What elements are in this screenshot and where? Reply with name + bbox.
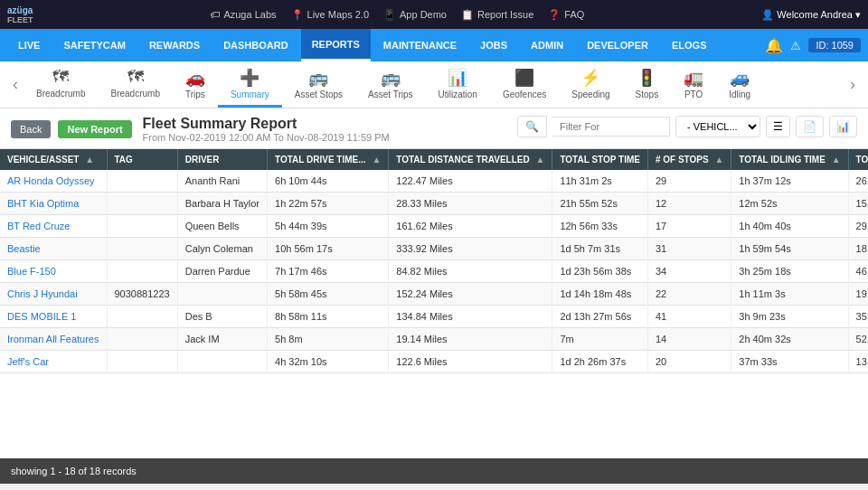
table-row: Ironman All Features Jack IM 5h 8m 19.14…: [0, 328, 868, 351]
table-body: AR Honda Odyssey Ananth Rani 6h 10m 44s …: [0, 170, 868, 373]
nav-rewards[interactable]: REWARDS: [138, 29, 211, 61]
col-driver: DRIVER: [177, 149, 267, 170]
main-navigation: LIVE SAFETYCAM REWARDS DASHBOARD REPORTS…: [0, 29, 868, 61]
cell-vehicle: BT Red Cruze: [0, 215, 107, 238]
welcome-text[interactable]: 👤 Welcome Andrea ▾: [761, 9, 861, 21]
utilization-icon: 📊: [448, 68, 467, 88]
cell-distance: 122.6 Miles: [389, 351, 552, 373]
cell-stops: 34: [647, 260, 731, 283]
back-button[interactable]: Back: [11, 120, 51, 138]
sub-nav-left-arrow[interactable]: ‹: [7, 75, 24, 94]
cell-idling-pct: 29.21: [848, 215, 868, 238]
cell-drive-time: 5h 44m 39s: [268, 215, 389, 238]
subnav-breadcrumb1[interactable]: 🗺 Breadcrumb: [24, 62, 98, 108]
cell-stop-time: 1d 14h 18m 48s: [552, 283, 648, 306]
top-nav-faq[interactable]: ❓ FAQ: [548, 9, 584, 21]
cell-stop-time: 2d 13h 27m 56s: [552, 306, 648, 328]
search-input[interactable]: [552, 117, 670, 137]
cell-stops: 12: [647, 193, 731, 215]
table-header-row: VEHICLE/ASSET ▲ TAG DRIVER TOTAL DRIVE T…: [0, 149, 868, 170]
subnav-idling[interactable]: 🚙 Idling: [716, 62, 763, 108]
cell-vehicle: DES MOBILE 1: [0, 306, 107, 328]
cell-distance: 19.14 Miles: [389, 328, 552, 351]
cell-idling-time: 1h 11m 3s: [731, 283, 848, 306]
top-nav-azuga-labs[interactable]: 🏷 Azuga Labs: [210, 9, 276, 21]
nav-maintenance[interactable]: MAINTENANCE: [373, 29, 467, 61]
page-header: Back New Report Fleet Summary Report Fro…: [0, 108, 868, 149]
stops-icon: 🚦: [637, 68, 656, 88]
cell-stops: 14: [647, 328, 731, 351]
subnav-summary[interactable]: ➕ Summary: [218, 62, 282, 108]
sub-nav-right-arrow[interactable]: ›: [844, 75, 861, 94]
subnav-geofences[interactable]: ⬛ Geofences: [490, 62, 559, 108]
subnav-trips[interactable]: 🚗 Trips: [173, 62, 218, 108]
cell-stops: 22: [647, 283, 731, 306]
idling-icon: 🚙: [730, 68, 750, 88]
cell-drive-time: 7h 17m 46s: [268, 260, 389, 283]
col-stop-time: TOTAL STOP TIME: [552, 149, 648, 170]
cell-idling-time: 1h 40m 40s: [731, 215, 848, 238]
nav-safetycam[interactable]: SAFETYCAM: [52, 29, 136, 61]
pdf-export-button[interactable]: 📄: [796, 116, 824, 137]
cell-tag: [107, 306, 177, 328]
cell-vehicle: Chris J Hyundai: [0, 283, 107, 306]
cell-distance: 152.24 Miles: [389, 283, 552, 306]
sub-nav-items: 🗺 Breadcrumb 🗺 Breadcrumb 🚗 Trips ➕ Summ…: [24, 62, 763, 108]
cell-idling-time: 2h 40m 32s: [731, 328, 848, 351]
subnav-pto[interactable]: 🚛 PTO: [671, 62, 716, 108]
cell-distance: 333.92 Miles: [389, 238, 552, 260]
vehicle-select[interactable]: - VEHICL...: [675, 116, 760, 137]
csv-export-button[interactable]: 📊: [829, 116, 857, 137]
cell-stop-time: 1d 5h 7m 31s: [552, 238, 648, 260]
nav-developer[interactable]: DEVELOPER: [576, 29, 659, 61]
top-nav-report-issue[interactable]: 📋 Report Issue: [461, 9, 533, 21]
cell-stop-time: 12h 56m 33s: [552, 215, 648, 238]
cell-distance: 161.62 Miles: [389, 215, 552, 238]
table-container: VEHICLE/ASSET ▲ TAG DRIVER TOTAL DRIVE T…: [0, 149, 868, 458]
cell-vehicle: Beastie: [0, 238, 107, 260]
nav-elogs[interactable]: ELOGS: [661, 29, 718, 61]
asset-trips-icon: 🚌: [381, 68, 401, 88]
top-nav-live-maps[interactable]: 📍 Live Maps 2.0: [291, 9, 369, 21]
columns-icon-button[interactable]: ☰: [766, 116, 790, 137]
nav-admin[interactable]: ADMIN: [520, 29, 574, 61]
trips-icon: 🚗: [185, 68, 205, 88]
top-nav-app-demo[interactable]: 📱 App Demo: [383, 9, 447, 21]
cell-stop-time: 21h 55m 52s: [552, 193, 648, 215]
cell-tag: [107, 193, 177, 215]
page-header-right: 🔍 - VEHICL... ☰ 📄 📊: [517, 116, 857, 137]
alert-icon[interactable]: ⚠: [790, 39, 801, 52]
search-icon-button[interactable]: 🔍: [517, 116, 547, 137]
subnav-speeding[interactable]: ⚡ Speeding: [559, 62, 622, 108]
cell-idling-time: 37m 33s: [731, 351, 848, 373]
col-tag: TAG: [107, 149, 177, 170]
new-report-button[interactable]: New Report: [58, 120, 131, 138]
nav-reports[interactable]: REPORTS: [301, 29, 371, 61]
cell-driver: [177, 283, 267, 306]
top-navigation: azüga FLEET 🏷 Azuga Labs 📍 Live Maps 2.0…: [0, 0, 868, 29]
nav-dashboard[interactable]: DASHBOARD: [212, 29, 299, 61]
nav-jobs[interactable]: JOBS: [469, 29, 518, 61]
notification-bell[interactable]: 🔔: [765, 37, 783, 54]
cell-distance: 28.33 Miles: [389, 193, 552, 215]
breadcrumb1-icon: 🗺: [52, 68, 69, 87]
subnav-asset-trips[interactable]: 🚌 Asset Trips: [355, 62, 425, 108]
subnav-utilization[interactable]: 📊 Utilization: [426, 62, 490, 108]
cell-idling-pct: 15.51: [848, 193, 868, 215]
cell-stop-time: 1d 2h 26m 37s: [552, 351, 648, 373]
cell-idling-time: 12m 52s: [731, 193, 848, 215]
cell-vehicle: Blue F-150: [0, 260, 107, 283]
cell-vehicle: Ironman All Features: [0, 328, 107, 351]
cell-driver: Barbara H Taylor: [177, 193, 267, 215]
subnav-breadcrumb2[interactable]: 🗺 Breadcrumb: [98, 62, 172, 108]
subnav-asset-stops[interactable]: 🚌 Asset Stops: [282, 62, 355, 108]
cell-drive-time: 5h 8m: [268, 328, 389, 351]
breadcrumb2-icon: 🗺: [127, 68, 144, 87]
nav-live[interactable]: LIVE: [7, 29, 51, 61]
cell-distance: 122.47 Miles: [389, 170, 552, 193]
subnav-stops[interactable]: 🚦 Stops: [623, 62, 672, 108]
table-row: Beastie Calyn Coleman 10h 56m 17s 333.92…: [0, 238, 868, 260]
page-title-block: Fleet Summary Report From Nov-02-2019 12…: [143, 116, 390, 143]
top-nav-links: 🏷 Azuga Labs 📍 Live Maps 2.0 📱 App Demo …: [48, 9, 748, 21]
sub-navigation: ‹ 🗺 Breadcrumb 🗺 Breadcrumb 🚗 Trips ➕ Su…: [0, 61, 868, 108]
